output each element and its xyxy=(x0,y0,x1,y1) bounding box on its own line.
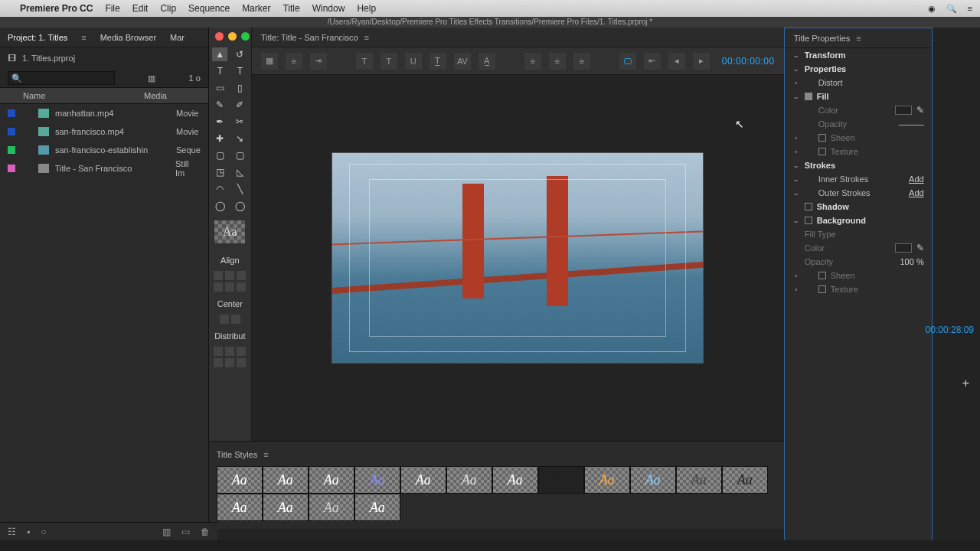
color-swatch[interactable] xyxy=(895,243,912,253)
style-swatch[interactable]: Aa xyxy=(630,466,676,494)
checkbox[interactable] xyxy=(805,93,812,100)
tab-project[interactable]: Project: 1. Titles xyxy=(8,33,67,42)
add-link[interactable]: Add xyxy=(909,174,924,184)
disclosure-icon[interactable]: › xyxy=(792,80,800,86)
bold-button[interactable]: T xyxy=(356,53,373,70)
leading-field[interactable]: A̲ xyxy=(479,53,495,70)
style-swatch[interactable]: Aa xyxy=(354,494,400,521)
style-swatch[interactable]: Aa xyxy=(676,466,722,494)
freeform-view-icon[interactable]: ○ xyxy=(41,527,46,537)
type-tool[interactable]: T xyxy=(212,64,227,78)
style-swatch[interactable]: Aa xyxy=(263,494,309,521)
close-button[interactable] xyxy=(215,32,224,41)
disclosure-icon[interactable]: ⌄ xyxy=(792,93,800,99)
disclosure-icon[interactable]: ⌄ xyxy=(792,189,800,196)
property-row[interactable]: ›Texture xyxy=(785,282,932,296)
distribute-buttons[interactable] xyxy=(212,347,247,367)
list-icon[interactable]: ≡ xyxy=(968,4,972,14)
panel-menu-icon[interactable]: ≡ xyxy=(81,33,86,42)
style-swatch[interactable]: Aa xyxy=(446,466,492,494)
align-left-button[interactable]: ≡ xyxy=(524,53,541,70)
rotate-tool[interactable]: ↺ xyxy=(232,47,247,61)
checkbox[interactable] xyxy=(818,134,826,142)
disclosure-icon[interactable]: ⌄ xyxy=(792,217,800,223)
wedge-tool[interactable]: ◺ xyxy=(232,165,247,179)
vertical-path-type-tool[interactable]: ✐ xyxy=(232,98,247,112)
checkbox[interactable] xyxy=(818,148,826,155)
italic-button[interactable]: T xyxy=(381,53,397,70)
vertical-area-type-tool[interactable]: ▯ xyxy=(232,81,247,95)
project-item[interactable]: manhattan.mp4 Movie xyxy=(0,104,208,122)
property-row[interactable]: ›Distort xyxy=(785,76,932,90)
selection-tool[interactable]: ▲ xyxy=(212,47,227,61)
icon-view-icon[interactable]: ▪ xyxy=(27,527,30,537)
title-styles-menu-icon[interactable]: ≡ xyxy=(263,450,268,459)
current-style-thumb[interactable]: Aa xyxy=(214,220,245,243)
disclosure-icon[interactable]: › xyxy=(792,135,800,141)
property-row[interactable]: ›Sheen xyxy=(785,131,932,145)
style-swatch[interactable]: Aa xyxy=(309,494,354,521)
title-canvas[interactable] xyxy=(252,75,784,441)
tab-media-browser[interactable]: Media Browser xyxy=(100,33,156,42)
style-swatch[interactable]: Aa xyxy=(354,466,400,494)
arc-tool[interactable]: ◠ xyxy=(212,182,227,196)
zoom-button[interactable] xyxy=(241,32,250,41)
property-row[interactable]: ›Sheen xyxy=(785,269,932,282)
kerning-field[interactable]: AV xyxy=(454,53,471,70)
line-tool[interactable]: ╲ xyxy=(232,182,247,196)
property-value[interactable]: 100 % xyxy=(900,257,923,266)
align-right-button[interactable]: ≡ xyxy=(573,53,590,70)
minimize-button[interactable] xyxy=(228,32,237,41)
property-row[interactable]: ⌄Strokes xyxy=(785,158,932,172)
disclosure-icon[interactable]: › xyxy=(792,148,800,155)
title-timecode[interactable]: 00:00:00:00 xyxy=(722,56,775,67)
search-input[interactable]: 🔍 xyxy=(8,71,115,85)
title-styles-tab[interactable]: Title Styles xyxy=(217,450,257,459)
bin-icon[interactable]: ▥ xyxy=(148,73,155,83)
property-row[interactable]: ⌄Inner StrokesAdd xyxy=(785,172,932,186)
menu-sequence[interactable]: Sequence xyxy=(188,3,230,14)
pen-tool[interactable]: ✒ xyxy=(212,115,227,129)
project-item[interactable]: Title - San Francisco Still Im xyxy=(0,159,208,178)
zoom-add-icon[interactable]: + xyxy=(962,377,969,390)
area-type-tool[interactable]: ▭ xyxy=(212,81,227,95)
property-row[interactable]: ⌄Properties xyxy=(785,62,932,76)
checkbox[interactable] xyxy=(818,272,826,279)
property-row[interactable]: ⌄Outer StrokesAdd xyxy=(785,186,932,200)
clipped-rect-tool[interactable]: ◳ xyxy=(212,165,227,179)
menu-help[interactable]: Help xyxy=(357,3,376,14)
project-item[interactable]: san-francisco.mp4 Movie xyxy=(0,122,208,141)
eyedropper-icon[interactable]: ✎ xyxy=(916,243,924,253)
menu-marker[interactable]: Marker xyxy=(242,3,270,14)
style-swatch[interactable]: Aa xyxy=(492,466,538,494)
center-buttons[interactable] xyxy=(212,315,247,324)
rounded-rect-tool[interactable]: ▢ xyxy=(232,148,247,162)
menu-clip[interactable]: Clip xyxy=(160,3,176,14)
property-row[interactable]: Opacity100 % xyxy=(785,255,932,269)
property-row[interactable]: Shadow xyxy=(785,200,932,214)
app-name[interactable]: Premiere Pro CC xyxy=(20,3,93,14)
menu-file[interactable]: File xyxy=(105,3,119,14)
eyedropper-icon[interactable]: ✎ xyxy=(916,105,924,116)
trash-icon[interactable]: 🗑 xyxy=(201,527,210,537)
property-row[interactable]: Opacity——— xyxy=(785,117,932,131)
style-swatch[interactable]: Aa xyxy=(217,494,263,521)
property-row[interactable]: ⌄Fill xyxy=(785,90,932,103)
align-buttons[interactable] xyxy=(212,271,247,292)
color-swatch[interactable] xyxy=(895,106,912,115)
property-row[interactable]: Color✎ xyxy=(785,103,932,117)
size-field[interactable]: T̲ xyxy=(430,53,446,70)
disclosure-icon[interactable]: › xyxy=(792,272,800,279)
vertical-type-tool[interactable]: T xyxy=(232,64,247,78)
property-row[interactable]: ›Texture xyxy=(785,145,932,158)
show-video-button[interactable]: 🖵 xyxy=(619,53,636,70)
style-swatch[interactable]: Aa xyxy=(309,466,354,494)
program-timecode[interactable]: 00:00:28:09 xyxy=(926,324,974,335)
menu-window[interactable]: Window xyxy=(312,3,345,14)
disclosure-icon[interactable]: ⌄ xyxy=(792,161,800,168)
underline-button[interactable]: U xyxy=(405,53,422,70)
style-swatch[interactable]: Aa xyxy=(584,466,630,494)
rectangle-tool[interactable]: ▢ xyxy=(212,148,227,162)
ellipse-tool[interactable]: ◯ xyxy=(212,199,227,213)
title-tab-label[interactable]: Title: Title - San Francisco xyxy=(261,33,358,42)
